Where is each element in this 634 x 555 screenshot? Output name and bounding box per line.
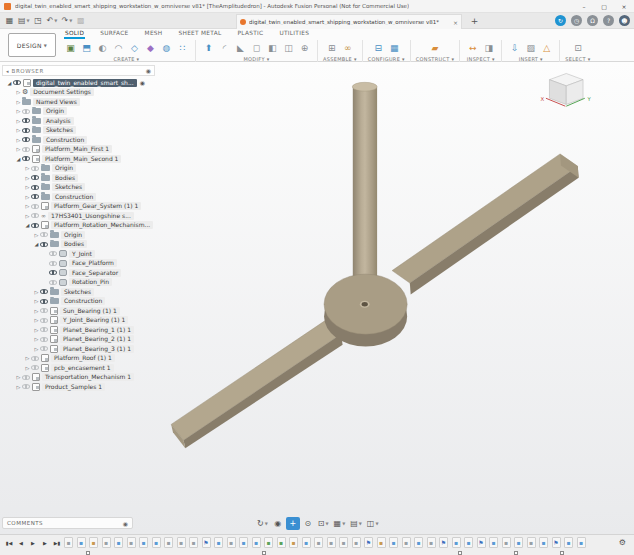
tree-row[interactable]: ▷Platform_Roof (1) 1 [2, 354, 160, 364]
timeline-feature-icon[interactable]: ▪ [489, 537, 498, 548]
tree-expand-icon[interactable]: ▷ [15, 118, 22, 124]
extrude-icon[interactable]: ⬒ [79, 40, 94, 55]
visibility-eye-icon[interactable] [31, 194, 39, 199]
split-body-icon[interactable]: ◫ [281, 40, 296, 55]
visibility-eye-icon[interactable] [49, 251, 57, 256]
tree-expand-icon[interactable]: ▷ [33, 308, 40, 314]
browser-options-icon[interactable]: ◉ [146, 67, 151, 74]
tree-item-label[interactable]: Rotation_Pin [69, 278, 112, 286]
timeline-feature-icon[interactable]: ▪ [577, 537, 586, 548]
tree-expand-icon[interactable]: ▷ [33, 317, 40, 323]
tree-expand-icon[interactable]: ▷ [24, 175, 31, 181]
tree-row[interactable]: ▷Sketches [2, 183, 160, 193]
tree-row[interactable]: ▷Planet_Bearing_1 (1) 1 [2, 325, 160, 335]
display-settings-button[interactable]: ▦▼ [332, 517, 348, 530]
timeline-group-marker[interactable] [458, 551, 462, 555]
tree-expand-icon[interactable]: ▷ [15, 127, 22, 133]
tree-row[interactable]: ▷Sketches [2, 126, 160, 136]
tree-row[interactable]: ▷Bodies [2, 173, 160, 183]
timeline-feature-icon[interactable]: ▪ [464, 537, 473, 548]
section-analysis-icon[interactable]: ◨ [481, 40, 496, 55]
revolve-icon[interactable]: ◐ [95, 40, 110, 55]
timeline-feature-icon[interactable]: ▪ [402, 537, 411, 548]
tree-item-label[interactable]: Platform_Gear_System (1) 1 [51, 202, 141, 210]
timeline-feature-icon[interactable]: ▪ [527, 537, 536, 548]
orbit-button[interactable]: ↻▼ [255, 517, 270, 530]
tree-expand-icon[interactable]: ▷ [24, 365, 31, 371]
timeline-settings-gear-icon[interactable]: ⚙ [619, 538, 626, 547]
toolbar-tab-sheet-metal[interactable]: SHEET METAL [178, 29, 223, 39]
timeline-feature-icon[interactable]: ▪ [289, 537, 298, 548]
timeline-feature-icon[interactable]: ▪ [427, 537, 436, 548]
visibility-eye-icon[interactable] [40, 242, 48, 247]
viewports-button[interactable]: ◫▼ [365, 517, 381, 530]
tree-item-label[interactable]: Y_Joint_Bearing (1) 1 [60, 316, 128, 324]
comments-panel[interactable]: COMMENTS ◉ [2, 517, 133, 529]
timeline-feature-icon[interactable]: ▪ [189, 537, 198, 548]
browser-panel-header[interactable]: ◂ BROWSER ◉ [2, 65, 155, 76]
tree-row[interactable]: ▷Origin [2, 107, 160, 117]
tree-expand-icon[interactable]: ▷ [33, 232, 40, 238]
tree-item-label[interactable]: 17HS3401_Usongshine s... [48, 212, 134, 220]
shell-icon[interactable]: ◻ [249, 40, 264, 55]
visibility-eye-icon[interactable] [22, 137, 30, 142]
tree-row[interactable]: ▷pcb_encasement 1 [2, 363, 160, 373]
tree-row[interactable]: ▷Analysis [2, 116, 160, 126]
timeline-feature-icon[interactable]: ▪ [227, 537, 236, 548]
go-to-start-button[interactable]: ▮◀ [4, 538, 14, 548]
tree-expand-icon[interactable]: ▷ [24, 203, 31, 209]
tree-row[interactable]: ▷Planet_Bearing_2 (1) 1 [2, 335, 160, 345]
tree-item-label[interactable]: Analysis [43, 117, 74, 125]
timeline-group-marker[interactable] [262, 551, 266, 555]
tree-item-label[interactable]: Platform_Main_First 1 [42, 145, 112, 153]
tree-row[interactable]: ▷Construction [2, 192, 160, 202]
pan-button[interactable]: + [286, 517, 300, 530]
fit-button[interactable]: ⊡▼ [316, 517, 331, 530]
timeline-feature-icon[interactable]: ▪ [414, 537, 423, 548]
new-tab-button[interactable]: + [468, 15, 481, 27]
tree-expand-icon[interactable]: ▷ [24, 184, 31, 190]
recent-activity-icon[interactable]: ◷ [571, 15, 582, 26]
tree-row[interactable]: Y_Joint [2, 249, 160, 259]
combine-icon[interactable]: ◧ [265, 40, 280, 55]
timeline-feature-icon[interactable]: ▪ [89, 537, 98, 548]
timeline-group-marker[interactable] [560, 551, 564, 555]
tree-expand-icon[interactable]: ▷ [24, 165, 31, 171]
visibility-eye-icon[interactable] [31, 175, 39, 180]
tree-item-label[interactable]: Face_Separator [69, 269, 121, 277]
visibility-eye-icon[interactable] [22, 109, 30, 114]
tree-row[interactable]: ▷Construction [2, 135, 160, 145]
toolbar-tab-solid[interactable]: SOLID [64, 29, 85, 39]
measure-icon[interactable]: ↔ [465, 40, 480, 55]
tree-expand-icon[interactable]: ▷ [33, 346, 40, 352]
tree-item-label[interactable]: Document Settings [30, 88, 94, 96]
tree-item-label[interactable]: Bodies [52, 174, 78, 182]
tree-item-label[interactable]: Y_Joint [69, 250, 95, 258]
timeline-feature-icon[interactable]: ▪ [177, 537, 186, 548]
close-button[interactable]: × [614, 0, 634, 13]
model-hole[interactable] [362, 302, 368, 306]
timeline-feature-icon[interactable]: ▪ [377, 537, 386, 548]
visibility-eye-icon[interactable] [40, 318, 48, 323]
tree-expand-icon[interactable]: ▷ [15, 137, 22, 143]
tree-expand-icon[interactable]: ▷ [15, 99, 22, 105]
tree-row[interactable]: ▷Named Views [2, 97, 160, 107]
visibility-eye-icon[interactable] [49, 270, 57, 275]
play-button[interactable]: ▶ [28, 538, 38, 548]
tree-row[interactable]: Face_Platform [2, 259, 160, 269]
step-forward-button[interactable]: ▶ [40, 538, 50, 548]
timeline-feature-icon[interactable]: ▪ [152, 537, 161, 548]
tree-expand-icon[interactable]: ▷ [15, 108, 22, 114]
file-menu-icon[interactable]: ▤▼ [16, 14, 32, 28]
tree-item-label[interactable]: Sketches [43, 126, 76, 134]
timeline-feature-icon[interactable]: ⚑ [364, 537, 373, 548]
tree-item-label[interactable]: Transportation_Mechanism 1 [42, 373, 134, 381]
workspace-selector[interactable]: DESIGN▼ [8, 33, 56, 57]
timeline-feature-icon[interactable]: ▪ [277, 537, 286, 548]
tree-row[interactable]: Rotation_Pin [2, 278, 160, 288]
browser-collapse-icon[interactable]: ◂ [6, 68, 9, 74]
tree-row[interactable]: ▷Origin [2, 164, 160, 174]
toolbar-tab-plastic[interactable]: PLASTIC [237, 29, 265, 39]
tree-item-label[interactable]: Named Views [33, 98, 80, 106]
job-status-icon[interactable]: ↻ [555, 15, 566, 26]
